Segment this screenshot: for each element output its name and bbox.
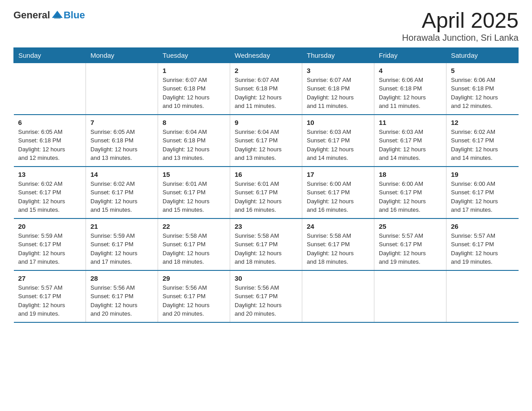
page-header: General Blue April 2025 Horawala Junctio… — [13, 9, 519, 43]
calendar-cell: 2Sunrise: 6:07 AM Sunset: 6:18 PM Daylig… — [230, 63, 302, 115]
day-number: 4 — [379, 67, 442, 74]
day-info: Sunrise: 5:59 AM Sunset: 6:17 PM Dayligh… — [90, 231, 153, 266]
day-number: 25 — [379, 223, 442, 230]
calendar-table: SundayMondayTuesdayWednesdayThursdayFrid… — [13, 47, 519, 323]
day-info: Sunrise: 6:02 AM Sunset: 6:17 PM Dayligh… — [451, 128, 514, 163]
calendar-cell: 29Sunrise: 5:56 AM Sunset: 6:17 PM Dayli… — [158, 270, 230, 322]
day-info: Sunrise: 6:05 AM Sunset: 6:18 PM Dayligh… — [18, 128, 82, 163]
calendar-cell: 3Sunrise: 6:07 AM Sunset: 6:18 PM Daylig… — [302, 63, 374, 115]
day-header-friday: Friday — [374, 47, 446, 63]
day-info: Sunrise: 6:04 AM Sunset: 6:18 PM Dayligh… — [163, 128, 225, 163]
day-number: 24 — [307, 223, 369, 230]
calendar-cell: 28Sunrise: 5:56 AM Sunset: 6:17 PM Dayli… — [86, 270, 158, 322]
day-number: 18 — [379, 171, 442, 178]
calendar-cell: 12Sunrise: 6:02 AM Sunset: 6:17 PM Dayli… — [446, 115, 519, 167]
day-info: Sunrise: 6:02 AM Sunset: 6:17 PM Dayligh… — [90, 180, 153, 214]
day-info: Sunrise: 6:07 AM Sunset: 6:18 PM Dayligh… — [163, 76, 225, 111]
day-info: Sunrise: 6:03 AM Sunset: 6:17 PM Dayligh… — [307, 128, 369, 163]
day-number: 12 — [451, 119, 514, 126]
calendar-cell: 17Sunrise: 6:00 AM Sunset: 6:17 PM Dayli… — [302, 167, 374, 218]
calendar-cell: 9Sunrise: 6:04 AM Sunset: 6:17 PM Daylig… — [230, 115, 302, 167]
calendar-cell: 1Sunrise: 6:07 AM Sunset: 6:18 PM Daylig… — [158, 63, 230, 115]
calendar-cell: 30Sunrise: 5:56 AM Sunset: 6:17 PM Dayli… — [230, 270, 302, 322]
calendar-cell: 19Sunrise: 6:00 AM Sunset: 6:17 PM Dayli… — [446, 167, 519, 218]
calendar-cell: 5Sunrise: 6:06 AM Sunset: 6:18 PM Daylig… — [446, 63, 519, 115]
calendar-cell: 10Sunrise: 6:03 AM Sunset: 6:17 PM Dayli… — [302, 115, 374, 167]
day-info: Sunrise: 6:04 AM Sunset: 6:17 PM Dayligh… — [235, 128, 297, 163]
calendar-cell: 21Sunrise: 5:59 AM Sunset: 6:17 PM Dayli… — [86, 218, 158, 270]
day-header-thursday: Thursday — [302, 47, 374, 63]
calendar-header-row: SundayMondayTuesdayWednesdayThursdayFrid… — [14, 47, 519, 63]
day-info: Sunrise: 6:01 AM Sunset: 6:17 PM Dayligh… — [163, 180, 225, 214]
day-info: Sunrise: 6:05 AM Sunset: 6:18 PM Dayligh… — [90, 128, 153, 163]
day-number: 27 — [18, 274, 82, 282]
calendar-cell — [86, 63, 158, 115]
day-info: Sunrise: 6:00 AM Sunset: 6:17 PM Dayligh… — [307, 180, 369, 214]
calendar-week-5: 27Sunrise: 5:57 AM Sunset: 6:17 PM Dayli… — [14, 270, 519, 322]
day-info: Sunrise: 5:57 AM Sunset: 6:17 PM Dayligh… — [451, 231, 514, 266]
page-subtitle: Horawala Junction, Sri Lanka — [402, 33, 519, 43]
calendar-week-1: 1Sunrise: 6:07 AM Sunset: 6:18 PM Daylig… — [14, 63, 519, 115]
day-header-tuesday: Tuesday — [158, 47, 230, 63]
day-info: Sunrise: 6:07 AM Sunset: 6:18 PM Dayligh… — [235, 76, 297, 111]
day-number: 8 — [163, 119, 225, 126]
day-number: 30 — [235, 274, 297, 282]
calendar-cell: 16Sunrise: 6:01 AM Sunset: 6:17 PM Dayli… — [230, 167, 302, 218]
logo: General Blue — [13, 9, 85, 21]
day-number: 17 — [307, 171, 369, 178]
day-number: 29 — [163, 274, 225, 282]
day-number: 22 — [163, 223, 225, 230]
calendar-cell: 11Sunrise: 6:03 AM Sunset: 6:17 PM Dayli… — [374, 115, 446, 167]
day-header-sunday: Sunday — [14, 47, 86, 63]
day-number: 21 — [90, 223, 153, 230]
day-number: 9 — [235, 119, 297, 126]
title-block: April 2025 Horawala Junction, Sri Lanka — [402, 9, 519, 43]
day-info: Sunrise: 5:58 AM Sunset: 6:17 PM Dayligh… — [235, 231, 297, 266]
day-number: 16 — [235, 171, 297, 178]
day-info: Sunrise: 5:56 AM Sunset: 6:17 PM Dayligh… — [163, 283, 225, 318]
calendar-cell: 7Sunrise: 6:05 AM Sunset: 6:18 PM Daylig… — [86, 115, 158, 167]
day-number: 10 — [307, 119, 369, 126]
page-title: April 2025 — [402, 9, 519, 33]
calendar-cell: 23Sunrise: 5:58 AM Sunset: 6:17 PM Dayli… — [230, 218, 302, 270]
day-number: 19 — [451, 171, 514, 178]
calendar-cell: 27Sunrise: 5:57 AM Sunset: 6:17 PM Dayli… — [14, 270, 86, 322]
day-info: Sunrise: 5:57 AM Sunset: 6:17 PM Dayligh… — [18, 283, 82, 318]
calendar-cell: 13Sunrise: 6:02 AM Sunset: 6:17 PM Dayli… — [14, 167, 86, 218]
day-info: Sunrise: 6:06 AM Sunset: 6:18 PM Dayligh… — [451, 76, 514, 111]
day-number: 20 — [18, 223, 82, 230]
calendar-cell: 22Sunrise: 5:58 AM Sunset: 6:17 PM Dayli… — [158, 218, 230, 270]
calendar-week-3: 13Sunrise: 6:02 AM Sunset: 6:17 PM Dayli… — [14, 167, 519, 218]
day-number: 26 — [451, 223, 514, 230]
day-info: Sunrise: 6:06 AM Sunset: 6:18 PM Dayligh… — [379, 76, 442, 111]
day-info: Sunrise: 5:57 AM Sunset: 6:17 PM Dayligh… — [379, 231, 442, 266]
logo-icon — [51, 9, 64, 21]
day-number: 11 — [379, 119, 442, 126]
day-info: Sunrise: 6:01 AM Sunset: 6:17 PM Dayligh… — [235, 180, 297, 214]
calendar-cell: 26Sunrise: 5:57 AM Sunset: 6:17 PM Dayli… — [446, 218, 519, 270]
day-header-saturday: Saturday — [446, 47, 519, 63]
logo-general: General — [13, 9, 50, 21]
calendar-cell: 24Sunrise: 5:58 AM Sunset: 6:17 PM Dayli… — [302, 218, 374, 270]
day-number: 1 — [163, 67, 225, 74]
day-number: 5 — [451, 67, 514, 74]
day-info: Sunrise: 6:02 AM Sunset: 6:17 PM Dayligh… — [18, 180, 82, 214]
day-number: 6 — [18, 119, 82, 126]
calendar-cell — [446, 270, 519, 322]
calendar-cell: 8Sunrise: 6:04 AM Sunset: 6:18 PM Daylig… — [158, 115, 230, 167]
day-number: 3 — [307, 67, 369, 74]
calendar-cell: 25Sunrise: 5:57 AM Sunset: 6:17 PM Dayli… — [374, 218, 446, 270]
calendar-week-2: 6Sunrise: 6:05 AM Sunset: 6:18 PM Daylig… — [14, 115, 519, 167]
day-number: 7 — [90, 119, 153, 126]
day-number: 15 — [163, 171, 225, 178]
day-header-monday: Monday — [86, 47, 158, 63]
calendar-cell — [14, 63, 86, 115]
day-number: 13 — [18, 171, 82, 178]
calendar-cell: 18Sunrise: 6:00 AM Sunset: 6:17 PM Dayli… — [374, 167, 446, 218]
day-info: Sunrise: 5:59 AM Sunset: 6:17 PM Dayligh… — [18, 231, 82, 266]
day-info: Sunrise: 6:00 AM Sunset: 6:17 PM Dayligh… — [451, 180, 514, 214]
calendar-cell: 15Sunrise: 6:01 AM Sunset: 6:17 PM Dayli… — [158, 167, 230, 218]
day-info: Sunrise: 5:58 AM Sunset: 6:17 PM Dayligh… — [163, 231, 225, 266]
calendar-cell: 4Sunrise: 6:06 AM Sunset: 6:18 PM Daylig… — [374, 63, 446, 115]
calendar-cell — [374, 270, 446, 322]
